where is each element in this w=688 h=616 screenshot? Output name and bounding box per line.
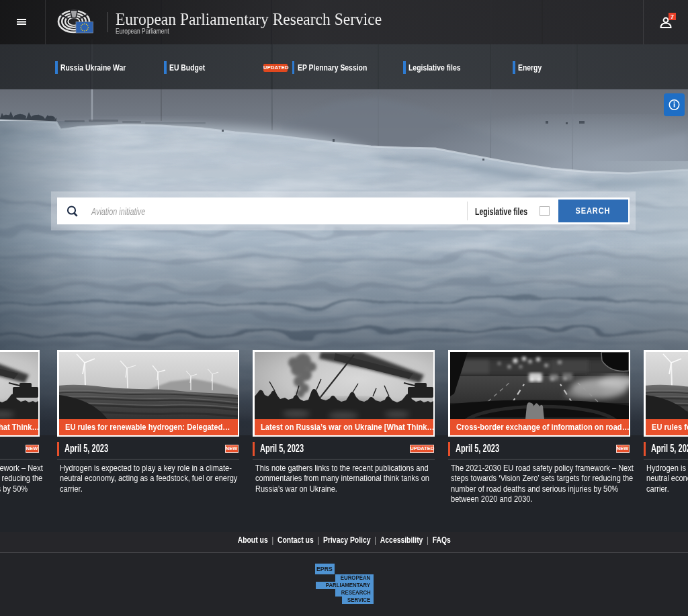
svg-text:7: 7 <box>671 13 674 20</box>
